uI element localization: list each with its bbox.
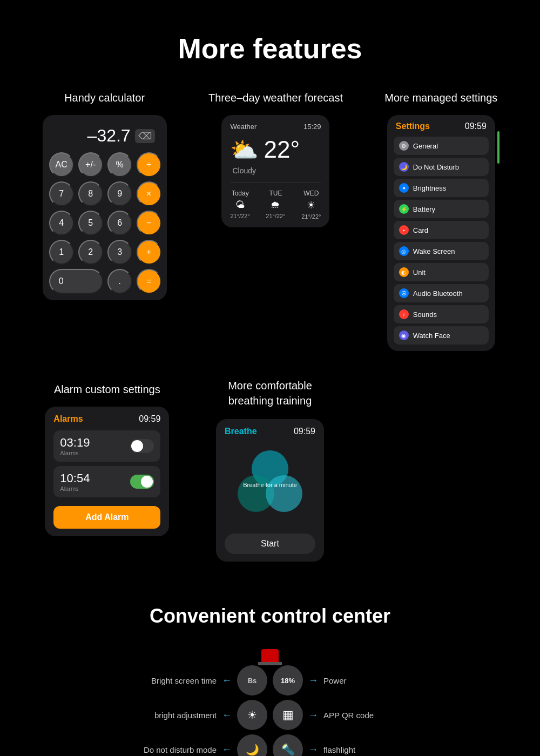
toggle-knob-2 [141, 476, 153, 488]
settings-icon-dnd: 🌙 [399, 162, 409, 172]
toggle-knob-1 [131, 440, 143, 452]
forecast-temps-2: 21°/22° [301, 213, 321, 220]
calc-btn-sign[interactable]: +/- [78, 152, 103, 177]
calc-btn-2[interactable]: 2 [78, 240, 103, 265]
settings-item-sounds[interactable]: ♪ Sounds [394, 305, 489, 323]
settings-title: Settings [396, 122, 430, 131]
settings-icon-unit: ◐ [399, 267, 409, 277]
add-alarm-button[interactable]: Add Alarm [53, 506, 160, 529]
calc-backspace[interactable]: ⌫ [135, 129, 155, 143]
forecast-icon-0: 🌤 [235, 199, 245, 211]
alarm-header: Alarms 09:59 [53, 414, 160, 424]
forecast-day-tue: TUE 🌧 21°/22° [266, 190, 285, 220]
calc-btn-add[interactable]: + [137, 240, 161, 265]
weather-forecast: Today 🌤 21°/22° TUE 🌧 21°/22° WED ☀ 21°/… [230, 183, 321, 220]
watch-band-top-wrapper [258, 649, 282, 665]
calc-btn-div[interactable]: ÷ [137, 152, 161, 177]
settings-card: Settings 09:59 ⚙ General 🌙 Do Not Distur… [387, 115, 495, 351]
settings-block: More managed settings Settings 09:59 ⚙ G… [384, 92, 497, 351]
breathe-title: Breathe [225, 427, 257, 436]
breathe-header: Breathe 09:59 [225, 427, 315, 436]
settings-item-watchface[interactable]: ◉ Watch Face [394, 326, 489, 345]
scroll-indicator [497, 131, 500, 164]
control-btn-battery[interactable]: 18% [273, 665, 303, 696]
calc-btn-4[interactable]: 4 [49, 211, 74, 235]
alarm-info-1: 03:19 Alarms [60, 436, 90, 456]
calc-btn-0[interactable]: 0 [49, 269, 103, 294]
alarm-card: Alarms 09:59 03:19 Alarms 10:54 Alarms [45, 407, 169, 536]
forecast-temps-1: 21°/22° [266, 213, 285, 219]
arrow-right-1: → [308, 675, 318, 686]
settings-item-card[interactable]: ▪ Card [394, 221, 489, 239]
weather-desc: Cloudy [230, 166, 321, 175]
control-btn-flashlight[interactable]: 🔦 [273, 734, 303, 756]
calc-btn-9[interactable]: 9 [107, 181, 132, 206]
second-row: Alarm custom settings Alarms 09:59 03:19… [0, 383, 540, 562]
settings-icon-sounds: ♪ [399, 309, 409, 319]
alarm-block: Alarm custom settings Alarms 09:59 03:19… [45, 383, 169, 536]
weather-header: Weather 15:29 [230, 123, 321, 131]
calc-btn-8[interactable]: 8 [78, 181, 103, 206]
control-btn-moon[interactable]: 🌙 [237, 734, 267, 756]
settings-item-brightness[interactable]: ✦ Brightness [394, 179, 489, 197]
control-btn-bs[interactable]: Bs [237, 665, 267, 696]
settings-label-card: Card [413, 226, 428, 234]
settings-label-sounds: Sounds [413, 310, 437, 319]
calc-display: –32.7 ⌫ [49, 122, 160, 152]
alarm-item-2: 10:54 Alarms [53, 466, 160, 497]
settings-time: 09:59 [465, 122, 487, 131]
control-title: Convenient control center [22, 605, 518, 627]
settings-label-dnd: Do Not Disturb [413, 163, 459, 171]
control-row-3: Do not disturb mode ← 🌙 🔦 → flashlight [22, 734, 518, 756]
settings-label-brightness: Brightness [413, 184, 446, 192]
calc-btn-sub[interactable]: − [137, 211, 161, 235]
control-label-bright-screen: Bright screen time [109, 676, 217, 685]
alarm-label-1: Alarms [60, 450, 90, 456]
watch-band-area [22, 649, 518, 665]
settings-icon-bluetooth: ⦿ [399, 288, 409, 298]
calc-value: –32.7 [87, 126, 131, 146]
settings-item-bluetooth[interactable]: ⦿ Audio Bluetooth [394, 284, 489, 302]
calculator-block: Handy calculator –32.7 ⌫ AC +/- % ÷ 7 8 … [43, 92, 167, 300]
page-title: More features [0, 0, 540, 92]
calc-btn-dot[interactable]: . [107, 269, 132, 294]
calc-btn-eq[interactable]: = [137, 269, 161, 294]
settings-label-general: General [413, 142, 438, 150]
arrow-left-2: ← [222, 710, 232, 721]
weather-temp: 22° [264, 136, 300, 163]
control-btn-qr[interactable]: ▦ [273, 700, 303, 730]
calc-btn-mul[interactable]: × [137, 181, 161, 206]
calc-btn-7[interactable]: 7 [49, 181, 74, 206]
settings-icon-watchface: ◉ [399, 330, 409, 340]
settings-item-wakescreen[interactable]: ◎ Wake Screen [394, 242, 489, 260]
calc-btn-6[interactable]: 6 [107, 211, 132, 235]
breathe-start-button[interactable]: Start [225, 534, 315, 554]
settings-label-battery: Battery [413, 205, 435, 213]
settings-item-battery[interactable]: ⚡ Battery [394, 200, 489, 218]
breathe-svg: Breathe for a minute [232, 445, 308, 521]
settings-item-unit[interactable]: ◐ Unit [394, 263, 489, 281]
forecast-day-wed: WED ☀ 21°/22° [301, 190, 321, 220]
calc-btn-3[interactable]: 3 [107, 240, 132, 265]
settings-wrapper: Settings 09:59 ⚙ General 🌙 Do Not Distur… [387, 115, 495, 351]
settings-section-title: More managed settings [384, 92, 497, 104]
calc-btn-pct[interactable]: % [107, 152, 132, 177]
control-rows: Bright screen time ← Bs 18% → Power brig… [22, 665, 518, 756]
alarm-toggle-2[interactable] [130, 475, 154, 489]
control-btn-sun[interactable]: ☀ [237, 700, 267, 730]
settings-icon-card: ▪ [399, 225, 409, 235]
breathe-section-title: More comfortablebreathing training [228, 378, 312, 408]
settings-item-dnd[interactable]: 🌙 Do Not Disturb [394, 158, 489, 176]
breathe-block: More comfortablebreathing training Breat… [216, 378, 324, 562]
forecast-day-today: Today 🌤 21°/22° [230, 190, 249, 220]
weather-time: 15:29 [303, 123, 321, 131]
calc-btn-5[interactable]: 5 [78, 211, 103, 235]
alarm-time: 09:59 [139, 414, 160, 424]
calc-btn-1[interactable]: 1 [49, 240, 74, 265]
forecast-label-2: WED [303, 190, 319, 197]
weather-block: Three–day weather forecast Weather 15:29… [208, 92, 343, 227]
settings-item-general[interactable]: ⚙ General [394, 137, 489, 155]
calc-btn-ac[interactable]: AC [49, 152, 74, 177]
control-row-2: bright adjustment ← ☀ ▦ → APP QR code [22, 700, 518, 730]
alarm-toggle-1[interactable] [130, 439, 154, 453]
